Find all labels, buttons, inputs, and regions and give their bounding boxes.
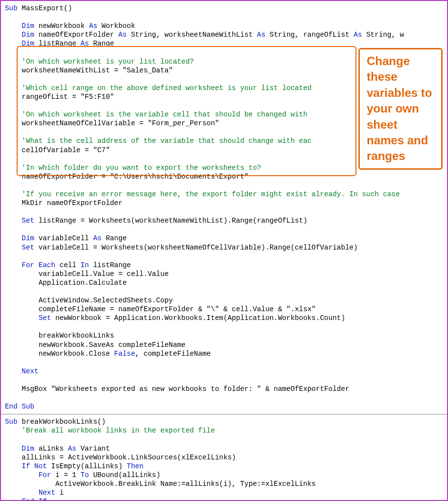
kw-as: As bbox=[68, 445, 76, 453]
t: , w bbox=[391, 31, 404, 39]
kw-set: Set bbox=[22, 244, 34, 251]
kw-dim: Dim bbox=[22, 31, 34, 39]
kw-false: False bbox=[114, 350, 135, 358]
t: listRange bbox=[89, 261, 131, 269]
kw-to: To bbox=[80, 471, 89, 479]
stmt: newWorkbook.Close bbox=[39, 350, 114, 358]
stmt: listRange = Worksheets(worksheetNameWith… bbox=[34, 217, 307, 225]
annotation-callout: Change these variables to your own sheet… bbox=[358, 48, 443, 170]
t: String bbox=[265, 31, 295, 39]
kw-endsub: End Sub bbox=[5, 403, 34, 410]
t: variableCell bbox=[34, 234, 93, 242]
t: Workbook bbox=[97, 22, 135, 30]
stmt: , completeFileName bbox=[135, 350, 211, 358]
proc2-name: breakWorkbookLinks() bbox=[18, 418, 106, 426]
kw-foreach: For Each bbox=[22, 261, 55, 269]
kw-dim: Dim bbox=[22, 234, 34, 242]
stmt: variableCell = Worksheets(worksheetNameO… bbox=[34, 244, 358, 251]
comment: 'In which folder do you want to export t… bbox=[22, 164, 261, 172]
t: Variant bbox=[76, 445, 110, 453]
kw-then: Then bbox=[127, 462, 143, 470]
kw-endif: End If bbox=[22, 498, 47, 501]
stmt: nameOfExportFolder = "C:\Users\hschi\Doc… bbox=[22, 173, 248, 181]
kw-next: Next bbox=[39, 489, 55, 497]
stmt: ActiveWindow.SelectedSheets.Copy bbox=[39, 296, 173, 304]
kw-for: For bbox=[39, 471, 51, 479]
kw-as: As bbox=[89, 22, 97, 30]
t: nameOfExportFolder bbox=[34, 31, 118, 39]
stmt: newWorkbook = Application.Workbooks.Item… bbox=[51, 314, 345, 322]
t: Range bbox=[101, 234, 126, 242]
stmt: allLinks = ActiveWorkbook.LinkSources(xl… bbox=[22, 454, 236, 461]
kw-set: Set bbox=[22, 217, 34, 225]
t: cell bbox=[55, 261, 80, 269]
code-block-breakworkbooklinks: Sub breakWorkbookLinks() 'Break all work… bbox=[1, 414, 447, 501]
t: String bbox=[362, 31, 391, 39]
kw-as: As bbox=[257, 31, 265, 39]
t: Range bbox=[89, 40, 114, 47]
stmt: variableCell.Value = cell.Value bbox=[39, 270, 169, 278]
stmt: worksheetNameOfCellVariable = "Form_per_… bbox=[22, 119, 219, 127]
comment: 'On which worksheet is the variable cell… bbox=[22, 111, 311, 118]
t: IsEmpty(allLinks) bbox=[47, 462, 127, 470]
kw-dim: Dim bbox=[22, 22, 34, 30]
kw-sub: Sub bbox=[5, 4, 18, 12]
t: UBound(allLinks) bbox=[89, 471, 161, 479]
kw-dim: Dim bbox=[22, 40, 34, 47]
kw-as: As bbox=[93, 234, 101, 242]
t: newWorkbook bbox=[34, 22, 89, 30]
stmt: MkDir nameOfExportFolder bbox=[22, 199, 122, 207]
t: String bbox=[127, 31, 156, 39]
stmt: breakWorkbookLinks bbox=[39, 332, 114, 340]
t: , worksheetNameWithList bbox=[156, 31, 257, 39]
t: i bbox=[55, 489, 64, 497]
kw-set: Set bbox=[39, 314, 51, 322]
stmt: cellOfVariable = "C7" bbox=[22, 146, 110, 154]
kw-as: As bbox=[118, 31, 127, 39]
comment: 'If you receive an error message here, t… bbox=[22, 190, 404, 198]
comment: 'Break all workbook links in the exporte… bbox=[22, 427, 215, 434]
proc1-name: MassExport() bbox=[18, 4, 72, 12]
t: , rangeOfList bbox=[295, 31, 354, 39]
editor-frame: Sub MassExport() Dim newWorkbook As Work… bbox=[0, 0, 448, 501]
t: listRange bbox=[34, 40, 80, 47]
kw-next: Next bbox=[22, 367, 38, 375]
kw-in: In bbox=[80, 261, 89, 269]
stmt: completeFileName = nameOfExportFolder & … bbox=[39, 305, 316, 313]
annotation-text: Change these variables to your own sheet… bbox=[367, 54, 432, 162]
stmt: ActiveWorkbook.BreakLink Name:=allLinks(… bbox=[55, 480, 316, 488]
kw-sub: Sub bbox=[5, 418, 18, 426]
kw-dim: Dim bbox=[22, 445, 34, 453]
stmt: MsgBox "Worksheets exported as new workb… bbox=[22, 385, 349, 393]
code-pre-2: Sub breakWorkbookLinks() 'Break all work… bbox=[5, 417, 445, 501]
comment: 'Which cell range on the above defined w… bbox=[22, 84, 311, 92]
comment: 'What is the cell address of the variabl… bbox=[22, 137, 311, 145]
stmt: Application.Calculate bbox=[39, 279, 127, 287]
kw-as: As bbox=[80, 40, 89, 47]
comment: 'On which worksheet is your list located… bbox=[22, 58, 194, 66]
stmt: newWorkbook.SaveAs completeFileName bbox=[39, 341, 186, 349]
stmt: worksheetNameWithList = "Sales_Data" bbox=[22, 67, 173, 74]
kw-as: As bbox=[354, 31, 362, 39]
kw-ifnot: If Not bbox=[22, 462, 47, 470]
t: aLinks bbox=[34, 445, 68, 453]
stmt: rangeOfList = "F5:F10" bbox=[22, 93, 114, 101]
t: i = 1 bbox=[51, 471, 80, 479]
